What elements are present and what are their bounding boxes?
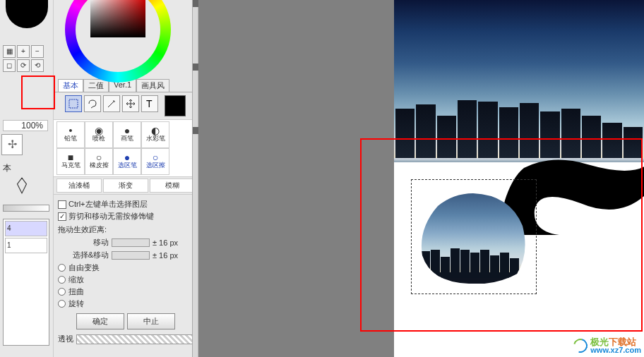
move-value: ± 16 px [153, 238, 178, 247]
ok-button[interactable]: 确定 [76, 313, 124, 329]
rotate-cw-icon[interactable]: ⟳ [17, 59, 30, 72]
brush-watercolor[interactable]: ◐水彩笔 [141, 121, 169, 148]
layer-list: 4 1 [3, 219, 49, 346]
radio-free-transform[interactable] [58, 264, 66, 272]
skyline-image [394, 0, 644, 158]
move-slider[interactable] [112, 238, 150, 247]
select-move-slider[interactable] [112, 251, 150, 260]
select-rect-tool[interactable] [65, 95, 82, 112]
cancel-button[interactable]: 中止 [127, 313, 175, 329]
watermark: 极光下载站 www.xz7.com [573, 337, 641, 354]
color-wheel[interactable] [58, 1, 174, 73]
radio-label: 缩放 [68, 274, 84, 285]
brush-airbrush[interactable]: ◉喷枪 [85, 121, 113, 148]
grid-icon[interactable]: ▦ [3, 45, 16, 58]
selection-marquee[interactable] [411, 179, 537, 294]
pen-nib-icon [13, 176, 31, 195]
radio-distort[interactable] [58, 288, 66, 296]
leftmost-panel: ▦ + − ◻ ⟳ ⟲ 100% 本 4 1 [0, 0, 54, 357]
brush-select-pen[interactable]: ●选区笔 [113, 148, 141, 175]
radio-label: 自由变换 [68, 262, 100, 273]
radio-label: 扭曲 [68, 286, 84, 297]
foreground-color-swatch[interactable] [165, 95, 186, 116]
width-slider[interactable] [3, 205, 49, 212]
brush-preview-dark [6, 0, 48, 28]
brush-presets: •铅笔 ◉喷枪 ●画笔 ◐水彩笔 ■马克笔 ○橡皮擦 ●选区笔 ○选区擦 [54, 120, 198, 177]
brush-pencil[interactable]: •铅笔 [56, 121, 85, 148]
lasso-tool[interactable] [84, 95, 101, 112]
canvas[interactable] [394, 0, 644, 357]
svg-rect-0 [69, 99, 78, 108]
checkbox-label: Ctrl+左键单击选择图层 [68, 199, 148, 210]
tab-paint-style[interactable]: 画具风 [136, 79, 169, 92]
zoom-value[interactable]: 100% [3, 120, 48, 131]
brush-bucket[interactable]: 油漆桶 [56, 178, 102, 193]
nav-cross-icon[interactable] [1, 134, 23, 155]
checkbox-cut-move[interactable]: ✓ [58, 212, 66, 221]
radio-label: 旋转 [68, 298, 84, 309]
radio-rotate[interactable] [58, 300, 66, 308]
zoom-in-icon[interactable]: + [17, 45, 30, 58]
watermark-logo-icon [571, 336, 590, 355]
checkbox-ctrl-click[interactable] [58, 200, 66, 209]
brush-marker[interactable]: ■马克笔 [56, 148, 85, 175]
fit-icon[interactable]: ◻ [3, 59, 16, 72]
select-move-label: 选择&移动 [58, 250, 109, 260]
checkbox-label: 剪切和移动无需按修饰键 [68, 211, 154, 222]
tool-panel: 基本 二值 Ver.1 画具风 T •铅笔 ◉喷枪 ●画笔 ◐水彩笔 ■马克笔 … [54, 0, 198, 357]
brush-paintbrush[interactable]: ●画笔 [113, 121, 141, 148]
svg-text:T: T [146, 98, 153, 109]
panel-collapse-edge[interactable] [192, 0, 198, 357]
view-buttons: ▦ + − ◻ ⟳ ⟲ [3, 45, 51, 72]
move-label: 移动 [58, 237, 109, 248]
magic-wand-tool[interactable] [103, 95, 120, 112]
layer-item[interactable]: 1 [5, 238, 47, 253]
drag-heading: 拖动生效距离: [58, 224, 193, 235]
text-tool[interactable]: T [141, 95, 158, 112]
tab-basic[interactable]: 基本 [58, 79, 83, 92]
panel-label: 本 [3, 162, 11, 174]
select-move-value: ± 16 px [153, 251, 178, 260]
move-tool[interactable] [122, 95, 139, 112]
zoom-out-icon[interactable]: − [31, 45, 44, 58]
layer-item[interactable]: 4 [5, 221, 47, 236]
brush-select-erase[interactable]: ○选区擦 [141, 148, 169, 175]
perspective-slider[interactable] [76, 334, 193, 344]
tool-row-1: T [54, 92, 198, 120]
tool-options: Ctrl+左键单击选择图层 ✓剪切和移动无需按修饰键 拖动生效距离: 移动 ± … [54, 195, 198, 347]
brush-wide-row: 油漆桶 渐变 模糊 [54, 177, 198, 195]
radio-scale[interactable] [58, 276, 66, 284]
perspective-label: 透视 [58, 334, 73, 344]
brush-eraser[interactable]: ○橡皮擦 [85, 148, 113, 175]
brush-blur[interactable]: 模糊 [150, 178, 195, 193]
brush-gradient[interactable]: 渐变 [103, 178, 148, 193]
rotate-ccw-icon[interactable]: ⟲ [31, 59, 44, 72]
